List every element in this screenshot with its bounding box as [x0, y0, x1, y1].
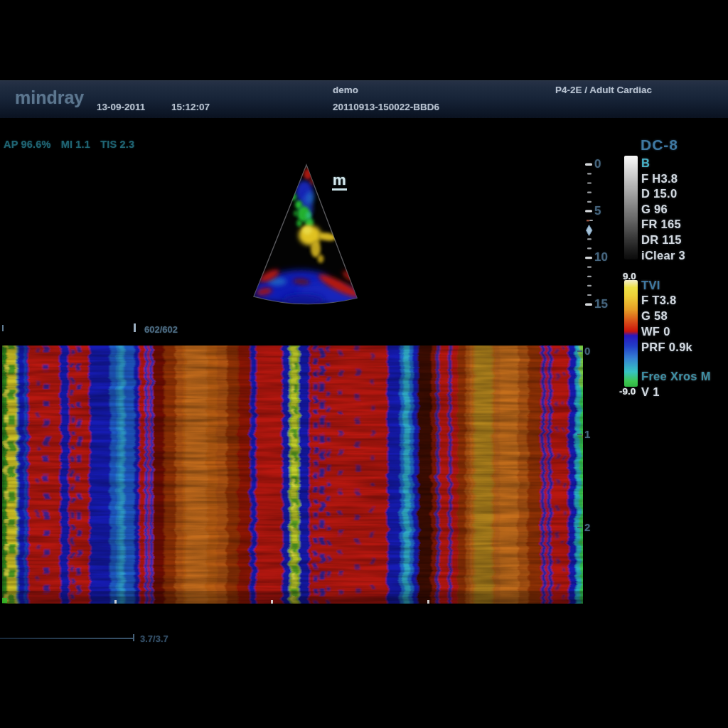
mscale-tick-1: [577, 434, 582, 435]
sweep-time-cursor: [133, 634, 134, 641]
patient-name: demo: [333, 85, 358, 95]
bmode-param-framerate: FR 165: [641, 218, 681, 231]
exam-id: 20110913-150022-BBD6: [333, 102, 439, 112]
exam-time: 15:12:07: [171, 102, 210, 112]
tvi-scale-min: -9.0: [619, 386, 636, 397]
probe-preset: P4-2E / Adult Cardiac: [555, 85, 652, 95]
tvi-mode-label: TVI: [641, 279, 660, 292]
depth-label-10: 10: [594, 250, 608, 264]
acoustic-power: AP 96.6%: [4, 139, 51, 150]
free-xros-m-label: Free Xros M: [641, 370, 711, 383]
depth-label-5: 5: [594, 204, 601, 218]
tvi-param-frequency: F T3.8: [641, 294, 676, 307]
cine-start-tick: [2, 325, 4, 331]
grayscale-bar: [624, 156, 638, 259]
thermal-index: TIS 2.3: [100, 139, 134, 150]
focus-marker[interactable]: [587, 225, 593, 236]
bmode-mode-label: B: [641, 156, 650, 170]
mmode-spectrum-image: [2, 346, 583, 604]
mechanical-index: MI 1.1: [61, 139, 91, 150]
tvi-param-wallfilter: WF 0: [641, 325, 670, 338]
xros-version-label: V 1: [641, 385, 660, 399]
depth-ruler: [582, 159, 597, 315]
bmode-param-frequency: F H3.8: [641, 172, 678, 186]
bmode-param-dynamicrange: DR 115: [641, 233, 682, 247]
mscale-label-2: 2: [584, 521, 590, 533]
mscale-tick-2: [577, 527, 582, 528]
sweep-time-line: [0, 638, 134, 639]
system-model-label: DC-8: [641, 136, 678, 154]
cine-position-cursor[interactable]: [134, 323, 136, 332]
tvi-color-bar: [624, 280, 638, 387]
depth-label-15: 15: [594, 297, 608, 311]
bmode-sector-image: [236, 161, 378, 316]
sweep-time-readout: 3.7/3.7: [140, 633, 168, 644]
cine-frame-counter: 602/602: [144, 324, 178, 335]
tvi-param-gain: G 58: [641, 309, 668, 323]
tgc-marker: [587, 220, 589, 221]
mline-marker: m: [332, 173, 347, 191]
bmode-param-iclear: iClear 3: [641, 249, 685, 262]
bmode-param-depth: D 15.0: [641, 187, 677, 200]
mscale-label-0: 0: [584, 345, 590, 357]
mscale-tick-0: [577, 350, 582, 352]
depth-label-0: 0: [594, 157, 601, 171]
brand-logo: mindray: [15, 87, 84, 108]
mscale-label-1: 1: [584, 428, 590, 440]
tvi-param-prf: PRF 0.9k: [641, 341, 692, 354]
acoustic-output-readout: AP 96.6%MI 1.1TIS 2.3: [4, 139, 144, 150]
bmode-param-gain: G 96: [641, 203, 668, 216]
ultrasound-screen: mindray 13-09-2011 15:12:07 demo 2011091…: [0, 0, 728, 728]
exam-date: 13-09-2011: [97, 102, 145, 112]
